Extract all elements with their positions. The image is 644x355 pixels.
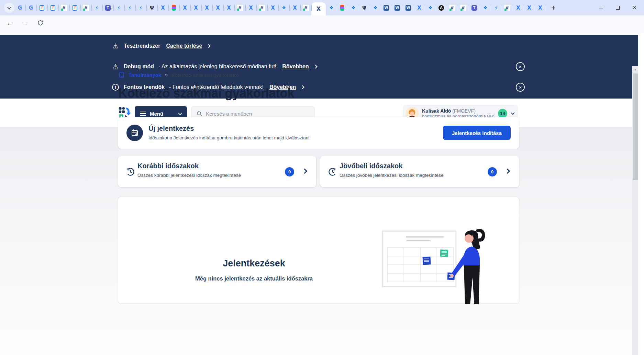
pinned-tab[interactable]: Ψ (146, 0, 157, 15)
pinned-tab[interactable]: ⚡ (135, 0, 146, 15)
more-info-link[interactable]: Bővebben (282, 64, 309, 70)
azure-favicon: ❖ (482, 5, 488, 11)
pinned-tab[interactable]: ❖ (326, 0, 337, 15)
cache-clear-link[interactable]: Cache törlése (166, 43, 202, 49)
pinned-tab[interactable]: ⚡ (491, 0, 502, 15)
breadcrumb-link-studies[interactable]: Tanulmányok (129, 72, 162, 78)
pinned-tab[interactable]: ❖ (425, 0, 436, 15)
azure-favicon: ❖ (350, 5, 356, 11)
future-periods-card[interactable]: Jövőbeli időszakok Összes jövőbeli jelen… (320, 156, 519, 187)
pinned-tab[interactable]: X (190, 0, 201, 15)
scrollbar-thumb[interactable] (633, 73, 638, 180)
past-periods-title: Korábbi időszakok (137, 162, 199, 170)
pinned-tab[interactable]: # (502, 0, 513, 15)
pinned-tab[interactable]: # (80, 0, 91, 15)
pinned-tab[interactable]: W (403, 0, 414, 15)
azure-favicon: ❖ (281, 5, 287, 11)
notice-test-system: ⚠ Tesztrendszer Cache törlése (0, 36, 638, 56)
notice-title: Tesztrendszer (124, 43, 160, 49)
studies-icon (118, 71, 125, 78)
azure-favicon: ❖ (427, 5, 433, 11)
pinned-tab[interactable]: ⚡ (124, 0, 135, 15)
pinned-tab[interactable]: A (436, 0, 447, 15)
start-application-button[interactable]: Jelentkezés indítása (443, 126, 511, 140)
pinned-tab[interactable]: f (36, 0, 47, 15)
warning-triangle-icon: ⚠ (112, 63, 119, 70)
tab-search-button[interactable] (4, 3, 14, 13)
pinned-tab[interactable]: X (535, 0, 546, 15)
search-input[interactable] (206, 111, 310, 117)
neptun-favicon: # (460, 5, 466, 11)
notice-close-button[interactable]: × (516, 62, 525, 71)
new-tab-button[interactable]: + (551, 3, 556, 12)
pinned-tab[interactable]: X (289, 0, 300, 15)
past-periods-card[interactable]: Korábbi időszakok Összes korábbi jelentk… (118, 156, 316, 187)
teams-favicon: T (105, 5, 111, 11)
pinned-tab[interactable]: T (469, 0, 480, 15)
pinned-tab[interactable]: X (212, 0, 223, 15)
pinned-tab[interactable]: X (201, 0, 212, 15)
future-periods-title: Jövőbeli időszakok (340, 162, 402, 170)
forward-button[interactable]: → (20, 20, 30, 27)
new-application-description: Időszakot a Jelentkezés indítása gombra … (148, 135, 311, 140)
pinned-tab[interactable]: W (381, 0, 392, 15)
pinned-tab[interactable]: X (179, 0, 190, 15)
web-page: ⚠ Tesztrendszer Cache törlése ⚠ Debug mó… (0, 33, 638, 355)
pinned-tab[interactable]: # (447, 0, 458, 15)
pinned-tab[interactable]: f (69, 0, 80, 15)
pinned-tab[interactable]: # (300, 0, 311, 15)
chevron-right-icon (207, 44, 211, 48)
pinned-tab[interactable]: X (223, 0, 234, 15)
pinned-tab[interactable]: ❖ (370, 0, 381, 15)
neptun-favicon: # (504, 5, 510, 11)
pinned-tab[interactable]: X (267, 0, 278, 15)
pinned-tab[interactable]: f (47, 0, 58, 15)
pinned-tab[interactable]: # (256, 0, 267, 15)
pinned-tab[interactable]: G (25, 0, 36, 15)
xflow-favicon: X (292, 5, 298, 11)
pinned-tab[interactable] (168, 0, 179, 15)
xflow-favicon: X (270, 5, 276, 11)
pinned-tab[interactable]: G (14, 0, 25, 15)
window-maximize-button[interactable] (616, 6, 620, 10)
pinned-tab[interactable]: ⚡ (113, 0, 124, 15)
warning-triangle-icon: ⚠ (112, 42, 119, 50)
pinned-tab[interactable]: # (58, 0, 69, 15)
pinned-tab[interactable]: Ψ (359, 0, 370, 15)
scrollbar-up-arrow[interactable]: ▲ (632, 66, 638, 73)
pinned-tab[interactable]: ❖ (278, 0, 289, 15)
pinned-tab[interactable]: X (414, 0, 425, 15)
breadcrumb-current: Kötelező szakmai gyakorlatok (171, 72, 239, 78)
pinned-tab[interactable]: X (513, 0, 524, 15)
pinned-tab[interactable]: # (458, 0, 469, 15)
window-controls: – × (599, 0, 644, 15)
history-clock-icon (126, 167, 135, 176)
xflow-favicon: X (226, 5, 232, 11)
pinned-tab[interactable]: X (157, 0, 168, 15)
active-tab[interactable]: X (311, 2, 326, 15)
applications-title: Jelentkezések (118, 258, 390, 269)
system-notice-banner: ⚠ Tesztrendszer Cache törlése ⚠ Debug mó… (0, 35, 638, 99)
pinned-tab[interactable] (337, 0, 348, 15)
window-close-button[interactable]: × (633, 4, 636, 11)
pinned-tab[interactable]: # (234, 0, 245, 15)
notice-close-button[interactable]: × (516, 83, 525, 92)
neptun-favicon: # (237, 5, 243, 11)
pinned-tab[interactable]: ❖ (480, 0, 491, 15)
future-periods-description: Összes jövőbeli jelentkezési időszak meg… (340, 173, 443, 178)
teams-favicon: T (471, 5, 477, 11)
google-favicon: G (28, 5, 34, 11)
pinned-tab[interactable]: W (392, 0, 403, 15)
window-minimize-button[interactable]: – (599, 4, 603, 11)
back-button[interactable]: ← (5, 20, 14, 27)
page-scrollbar[interactable]: ▲ (632, 66, 638, 355)
pinned-tab[interactable]: X (524, 0, 535, 15)
pinned-tab[interactable]: T (102, 0, 113, 15)
pinned-tab[interactable]: ❖ (348, 0, 359, 15)
pinned-tab[interactable]: X (245, 0, 256, 15)
pinned-tab[interactable]: ⚡ (91, 0, 102, 15)
reload-button[interactable] (35, 20, 45, 28)
breadcrumb-separator: » (165, 72, 168, 78)
chevron-right-icon (505, 169, 510, 174)
past-periods-description: Összes korábbi jelentkezési időszak megt… (137, 173, 241, 178)
